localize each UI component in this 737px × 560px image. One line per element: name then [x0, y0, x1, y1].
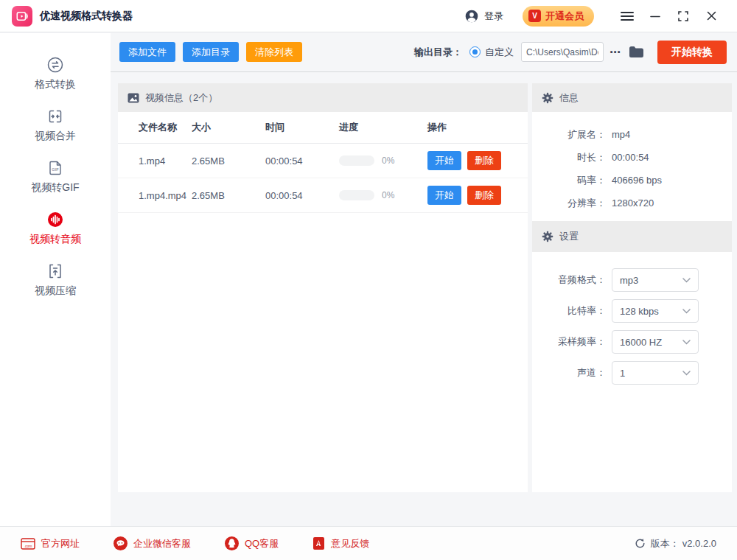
- maximize-icon: [678, 11, 688, 21]
- col-operation: 操作: [427, 121, 528, 134]
- sample-rate-select[interactable]: 16000 HZ: [612, 330, 699, 354]
- table-row: 1.mp4.mp4 2.65MB 00:00:54 0% 开始 删除: [118, 178, 528, 213]
- login-button[interactable]: 登录: [464, 9, 503, 24]
- start-button[interactable]: 开始: [427, 151, 461, 170]
- add-file-button[interactable]: 添加文件: [119, 42, 175, 62]
- sidebar-item-video-merge[interactable]: 视频合并: [0, 99, 111, 151]
- chevron-down-icon: [682, 278, 691, 283]
- chevron-down-icon: [682, 371, 691, 376]
- info-label: 扩展名：: [532, 128, 606, 141]
- footer-link-label: 官方网址: [41, 537, 80, 550]
- refresh-icon[interactable]: [635, 538, 646, 549]
- website-icon: .com: [21, 538, 35, 550]
- image-icon: [128, 92, 139, 104]
- table-row: 1.mp4 2.65MB 00:00:54 0% 开始 删除: [118, 144, 528, 178]
- delete-button[interactable]: 删除: [467, 186, 501, 205]
- setting-label: 比特率：: [532, 304, 606, 318]
- gear-icon: [542, 231, 553, 242]
- settings-body: 音频格式： mp3 比特率： 128 kbps 采样频率： 16000 HZ: [532, 252, 732, 388]
- feedback-icon: [312, 536, 325, 550]
- app-title: 优速视频格式转换器: [40, 10, 133, 23]
- info-value: 1280x720: [612, 197, 654, 209]
- info-body: 扩展名：mp4 时长：00:00:54 码率：406696 bps 分辨率：12…: [532, 112, 732, 221]
- official-website-link[interactable]: .com 官方网址: [21, 537, 80, 550]
- browse-more-button[interactable]: ⋯: [609, 46, 621, 59]
- gear-icon: [542, 92, 553, 104]
- info-label: 分辨率：: [532, 197, 606, 210]
- open-folder-button[interactable]: [629, 46, 644, 58]
- bitrate-select[interactable]: 128 kbps: [612, 299, 699, 323]
- setting-label: 音频格式：: [532, 273, 606, 287]
- menu-button[interactable]: [613, 5, 641, 27]
- file-size: 2.65MB: [192, 155, 265, 167]
- setting-label: 声道：: [532, 366, 606, 379]
- qq-service-link[interactable]: QQ客服: [225, 536, 279, 550]
- col-file-name: 文件名称: [118, 121, 192, 134]
- format-convert-icon: [46, 56, 64, 74]
- footer-link-label: 企业微信客服: [133, 537, 191, 550]
- sidebar-item-label: 格式转换: [35, 78, 76, 91]
- wechat-service-link[interactable]: 企业微信客服: [113, 536, 191, 550]
- login-label: 登录: [484, 10, 503, 23]
- version-label: 版本：: [651, 537, 680, 550]
- svg-text:GIF: GIF: [52, 167, 59, 172]
- sidebar: 格式转换 视频合并 GIF 视频转GIF 视频转音频 视频压缩: [0, 33, 111, 526]
- video-info-title: 视频信息（2个）: [145, 91, 217, 105]
- vip-label: 开通会员: [545, 10, 584, 23]
- version-area: 版本：v2.0.2.0: [635, 537, 716, 550]
- svg-text:.com: .com: [24, 543, 32, 547]
- maximize-button[interactable]: [669, 5, 697, 27]
- file-name: 1.mp4: [118, 155, 192, 167]
- audio-format-select[interactable]: mp3: [612, 268, 699, 292]
- vip-icon: V: [528, 10, 541, 22]
- folder-icon: [629, 46, 644, 58]
- video-info-panel: 视频信息（2个） 文件名称 大小 时间 进度 操作 1.mp4 2.65MB 0…: [118, 83, 528, 492]
- start-convert-button[interactable]: 开始转换: [657, 41, 727, 64]
- custom-radio-label: 自定义: [485, 46, 514, 59]
- sidebar-item-video-compress[interactable]: 视频压缩: [0, 254, 111, 306]
- video-info-header: 视频信息（2个）: [118, 83, 528, 112]
- output-path-input[interactable]: [521, 42, 604, 62]
- setting-label: 采样频率：: [532, 335, 606, 349]
- info-value: 406696 bps: [612, 175, 662, 186]
- delete-button[interactable]: 删除: [467, 151, 501, 170]
- app-logo-icon: [12, 6, 32, 27]
- right-panel: 信息 扩展名：mp4 时长：00:00:54 码率：406696 bps 分辨率…: [532, 83, 732, 492]
- file-name: 1.mp4.mp4: [118, 190, 192, 201]
- file-size: 2.65MB: [192, 190, 265, 201]
- wechat-service-icon: [113, 536, 128, 550]
- minimize-icon: [650, 11, 660, 21]
- select-value: 128 kbps: [620, 306, 659, 317]
- open-vip-button[interactable]: V 开通会员: [523, 6, 594, 27]
- channels-select[interactable]: 1: [612, 361, 699, 385]
- col-progress: 进度: [339, 121, 427, 134]
- custom-radio[interactable]: [469, 46, 481, 57]
- app-window: 优速视频格式转换器 登录 V 开通会员 添加文: [0, 0, 737, 560]
- select-value: 16000 HZ: [620, 337, 662, 348]
- footer-link-label: QQ客服: [245, 537, 279, 550]
- clear-list-button[interactable]: 清除列表: [246, 42, 302, 62]
- hamburger-icon: [621, 11, 634, 21]
- progress-percent: 0%: [382, 155, 394, 166]
- info-header: 信息: [532, 83, 732, 112]
- start-button[interactable]: 开始: [427, 186, 461, 205]
- feedback-link[interactable]: 意见反馈: [312, 536, 369, 550]
- close-icon: [707, 11, 716, 21]
- footer-link-label: 意见反馈: [331, 537, 369, 550]
- close-button[interactable]: [697, 5, 725, 27]
- footer: .com 官方网址 企业微信客服 QQ客服 意见反馈 版本：v2.0.2.0: [0, 526, 737, 560]
- video-to-audio-icon: [46, 211, 64, 228]
- video-merge-icon: [46, 108, 64, 125]
- sidebar-item-video-to-audio[interactable]: 视频转音频: [0, 203, 111, 254]
- sidebar-item-video-to-gif[interactable]: GIF 视频转GIF: [0, 151, 111, 203]
- progress-percent: 0%: [382, 190, 394, 200]
- select-value: 1: [620, 368, 625, 379]
- col-size: 大小: [192, 121, 265, 134]
- user-icon: [464, 9, 479, 24]
- file-time: 00:00:54: [265, 155, 339, 167]
- sidebar-item-format-convert[interactable]: 格式转换: [0, 48, 111, 99]
- table-header: 文件名称 大小 时间 进度 操作: [118, 112, 528, 144]
- version-value: v2.0.2.0: [682, 538, 716, 549]
- add-directory-button[interactable]: 添加目录: [183, 42, 239, 62]
- minimize-button[interactable]: [641, 5, 669, 27]
